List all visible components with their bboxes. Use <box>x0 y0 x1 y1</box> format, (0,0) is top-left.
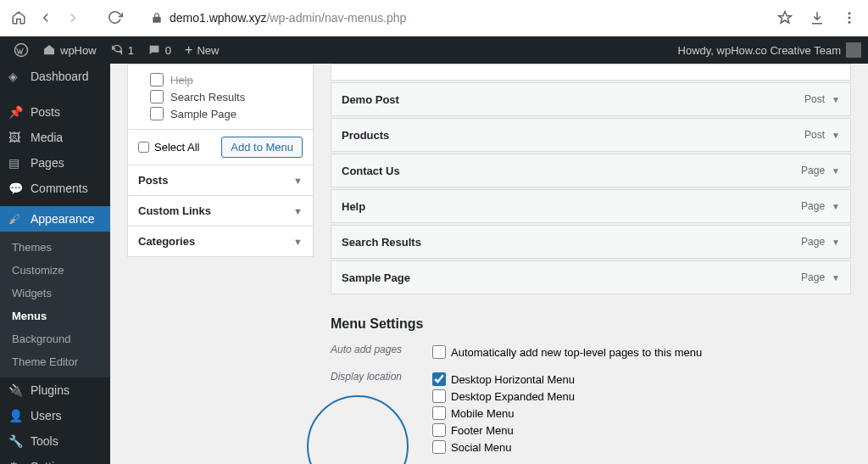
url-text: demo1.wphow.xyz/wp-admin/nav-menus.php <box>170 11 406 25</box>
sidebar-sub-widgets[interactable]: Widgets <box>0 282 110 305</box>
menu-item-label: Help <box>342 200 365 213</box>
wp-logo[interactable] <box>7 42 36 58</box>
avatar[interactable] <box>846 42 861 58</box>
howdy[interactable]: Howdy, wpHow.co Creative Team <box>678 44 841 57</box>
page-check-help[interactable]: Help <box>150 71 303 88</box>
menu-item-type: Post ▼ <box>804 129 840 141</box>
menu-item-type: Page ▼ <box>801 271 840 283</box>
sidebar-dashboard[interactable]: ◈Dashboard <box>0 64 110 89</box>
sidebar-tools[interactable]: 🔧Tools <box>0 428 110 454</box>
menu-item-row[interactable]: ProductsPost ▼ <box>331 118 851 152</box>
menu-item-row[interactable]: HelpPage ▼ <box>331 189 851 223</box>
svg-point-2 <box>849 21 851 24</box>
menu-item-type: Page ▼ <box>801 236 840 248</box>
menu-item-row[interactable]: Search ResultsPage ▼ <box>331 225 851 259</box>
comments[interactable]: 0 <box>141 43 178 57</box>
sidebar-media[interactable]: 🖼Media <box>0 125 110 150</box>
page-check-sample-page[interactable]: Sample Page <box>150 105 303 122</box>
sidebar-pages[interactable]: ▤Pages <box>0 150 110 176</box>
menu-item-type: Post ▼ <box>804 93 840 105</box>
chevron-down-icon[interactable]: ▼ <box>832 95 840 104</box>
back-icon[interactable] <box>36 8 56 28</box>
menu-item-label: Demo Post <box>342 93 399 106</box>
new[interactable]: +New <box>178 42 225 58</box>
menu-settings-heading: Menu Settings <box>331 316 851 332</box>
panel-posts[interactable]: Posts▼ <box>128 165 313 195</box>
lock-icon <box>151 12 163 24</box>
sidebar-comments[interactable]: 💬Comments <box>0 176 110 201</box>
sidebar-settings[interactable]: ⚙Settings <box>0 454 110 464</box>
menu-dots-icon[interactable] <box>839 8 860 28</box>
sidebar-sub-theme-editor[interactable]: Theme Editor <box>0 350 110 373</box>
download-icon[interactable] <box>807 8 827 28</box>
sidebar-sub-background[interactable]: Background <box>0 327 110 350</box>
sidebar-appearance[interactable]: 🖌Appearance <box>0 206 110 232</box>
location-checkbox[interactable]: Desktop Expanded Menu <box>432 388 851 405</box>
svg-point-0 <box>849 12 851 14</box>
sidebar-posts[interactable]: 📌Posts <box>0 99 110 125</box>
menu-item-empty <box>331 64 851 81</box>
display-location-label: Display location <box>331 371 432 456</box>
home-icon[interactable] <box>8 8 29 28</box>
sidebar-sub-customize[interactable]: Customize <box>0 259 110 282</box>
updates[interactable]: 1 <box>103 43 141 57</box>
menu-item-row[interactable]: Sample PagePage ▼ <box>331 260 851 294</box>
menu-item-row[interactable]: Contact UsPage ▼ <box>331 154 851 187</box>
menu-item-row[interactable]: Demo PostPost ▼ <box>331 82 851 116</box>
sidebar-sub-menus[interactable]: Menus <box>0 305 110 327</box>
auto-add-checkbox[interactable]: Automatically add new top-level pages to… <box>432 344 851 361</box>
star-icon[interactable] <box>775 8 795 28</box>
chevron-down-icon[interactable]: ▼ <box>832 238 840 247</box>
chevron-down-icon[interactable]: ▼ <box>832 273 840 282</box>
page-check-search-results[interactable]: Search Results <box>150 88 303 105</box>
menu-item-type: Page ▼ <box>801 200 840 212</box>
forward-icon <box>63 8 83 28</box>
sidebar-users[interactable]: 👤Users <box>0 403 110 428</box>
chevron-down-icon[interactable]: ▼ <box>832 166 840 176</box>
chevron-down-icon[interactable]: ▼ <box>832 202 840 211</box>
select-all[interactable]: Select All <box>138 141 199 154</box>
reload-icon[interactable] <box>105 8 125 28</box>
location-checkbox[interactable]: Desktop Horizontal Menu <box>432 371 851 388</box>
chevron-down-icon[interactable]: ▼ <box>832 131 840 140</box>
menu-item-label: Search Results <box>342 236 421 249</box>
add-to-menu-button[interactable]: Add to Menu <box>221 137 303 158</box>
location-checkbox[interactable]: Mobile Menu <box>432 405 851 422</box>
location-checkbox[interactable]: Social Menu <box>432 439 851 456</box>
site-name[interactable]: wpHow <box>36 43 103 57</box>
menu-item-type: Page ▼ <box>801 165 840 176</box>
location-checkbox[interactable]: Footer Menu <box>432 422 851 439</box>
menu-item-label: Contact Us <box>342 165 400 177</box>
panel-categories[interactable]: Categories▼ <box>128 226 313 256</box>
svg-point-1 <box>849 17 851 20</box>
menu-item-label: Products <box>342 129 389 142</box>
url-bar[interactable]: demo1.wphow.xyz/wp-admin/nav-menus.php <box>142 5 763 31</box>
panel-custom-links[interactable]: Custom Links▼ <box>128 196 313 226</box>
auto-add-label: Auto add pages <box>331 344 432 361</box>
sidebar-plugins[interactable]: 🔌Plugins <box>0 377 110 403</box>
menu-item-label: Sample Page <box>342 271 410 284</box>
sidebar-sub-themes[interactable]: Themes <box>0 236 110 259</box>
